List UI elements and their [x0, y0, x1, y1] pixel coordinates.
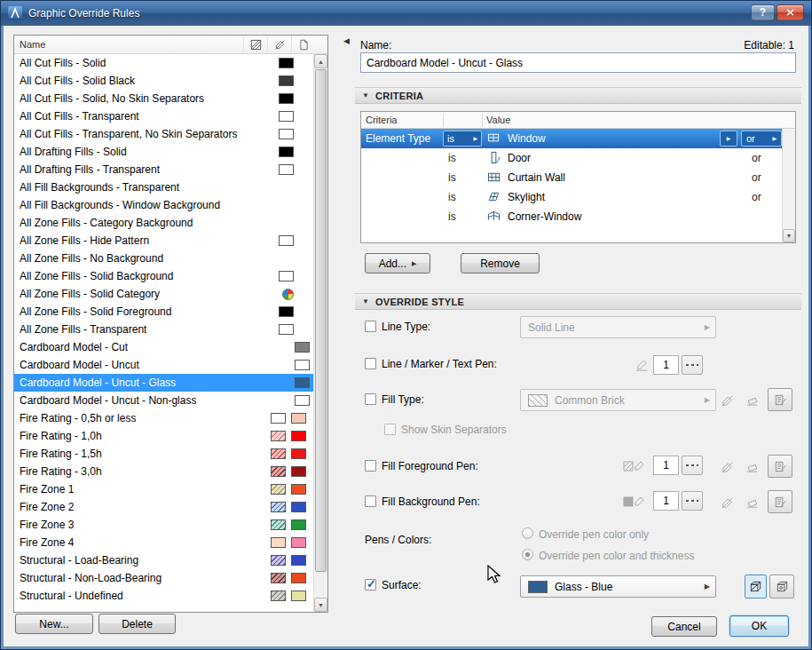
list-item[interactable]: Cardboard Model - Cut: [14, 338, 313, 356]
scroll-down-icon[interactable]: ▼: [314, 598, 327, 612]
criteria-row[interactable]: isDooror: [361, 148, 782, 168]
list-item[interactable]: All Drafting Fills - Solid: [14, 143, 313, 161]
list-item[interactable]: Fire Zone 2: [14, 498, 313, 516]
criteria-section-header[interactable]: ▼ CRITERIA: [355, 87, 801, 104]
show-skin-separators-checkbox[interactable]: [384, 424, 396, 435]
list-item[interactable]: Cardboard Model - Uncut - Non-glass: [14, 392, 313, 409]
list-item[interactable]: Cardboard Model - Uncut - Glass: [14, 374, 313, 392]
list-item[interactable]: Structural - Load-Bearing: [14, 551, 313, 569]
list-item[interactable]: Structural - Undefined: [14, 587, 313, 605]
fill-column-icon[interactable]: [243, 36, 267, 53]
line-type-dropdown[interactable]: Solid Line ▶: [520, 316, 716, 338]
name-column-header[interactable]: Name: [20, 39, 45, 50]
list-item[interactable]: Structural - Non-Load-Bearing: [14, 569, 313, 587]
list-item[interactable]: Fire Rating - 0,5h or less: [14, 409, 313, 427]
list-item[interactable]: Fire Zone 1: [14, 480, 313, 498]
fill-fg-pen-label: Fill Foreground Pen:: [382, 460, 478, 472]
list-item[interactable]: All Zone Fills - Category Background: [14, 214, 313, 232]
cancel-button[interactable]: Cancel: [651, 616, 717, 637]
fill-fg-pen-checkbox[interactable]: [365, 460, 376, 472]
list-item[interactable]: All Cut Fills - Transparent, No Skin Sep…: [14, 125, 313, 143]
swatch-area: [279, 129, 313, 139]
surface-checkbox[interactable]: [365, 579, 376, 591]
criteria-row[interactable]: isCurtain Wallor: [361, 168, 782, 187]
line-pen-style-button[interactable]: [682, 355, 703, 375]
list-item-label: Structural - Load-Bearing: [20, 554, 138, 567]
criteria-row[interactable]: isCorner-Window: [361, 207, 782, 226]
fill-bg-pen-input[interactable]: [653, 491, 679, 511]
list-item[interactable]: All Zone Fills - No Background: [14, 250, 313, 267]
criteria-row[interactable]: Element Typeis▶Window▶or▶: [361, 129, 782, 148]
surface-dropdown[interactable]: Glass - Blue ▶: [520, 575, 716, 598]
surface-color-swatch: [528, 581, 548, 593]
list-item[interactable]: All Zone Fills - Solid Category: [14, 285, 313, 303]
pen-color-thickness-radio[interactable]: [522, 549, 533, 560]
list-item[interactable]: Fire Zone 4: [14, 534, 313, 551]
list-item[interactable]: All Cut Fills - Solid: [14, 54, 313, 72]
pen-slash-icon: [716, 391, 737, 410]
fg-pen-sample-button[interactable]: [768, 455, 792, 478]
close-button[interactable]: [777, 4, 804, 20]
editable-count: Editable: 1: [744, 39, 794, 52]
override-style-section-header[interactable]: ▼ OVERRIDE STYLE: [355, 293, 801, 310]
color-swatch: [279, 75, 294, 86]
surface-texture-button[interactable]: [769, 575, 794, 598]
title-bar[interactable]: Graphic Override Rules ?: [1, 1, 811, 26]
list-item-label: All Zone Fills - Solid Background: [20, 270, 173, 282]
fill-fg-pen-style-button[interactable]: [682, 456, 703, 475]
criteria-scrollbar[interactable]: ▼: [782, 129, 795, 242]
bg-pen-sample-button[interactable]: [768, 490, 792, 513]
archicad-logo-icon[interactable]: [8, 6, 22, 20]
list-item[interactable]: All Cut Fills - Solid, No Skin Separator…: [14, 90, 313, 107]
list-item[interactable]: Fire Rating - 3,0h: [14, 463, 313, 480]
operator-dropdown[interactable]: is▶: [443, 131, 482, 147]
criteria-row[interactable]: isSkylightor: [361, 187, 782, 207]
add-criteria-button[interactable]: Add... ▶: [365, 253, 430, 273]
pen-column-icon[interactable]: [267, 36, 291, 53]
list-item[interactable]: All Fill Backgrounds - Window Background: [14, 196, 313, 214]
value-dropdown-button[interactable]: ▶: [720, 131, 737, 147]
surface-paint-button[interactable]: [745, 575, 767, 598]
list-item[interactable]: All Zone Fills - Hide Pattern: [14, 232, 313, 250]
list-item[interactable]: All Cut Fills - Solid Black: [14, 72, 313, 90]
collapse-panel-icon[interactable]: ◀: [343, 36, 350, 45]
line-type-checkbox[interactable]: [365, 321, 376, 332]
list-item[interactable]: Fire Rating - 1,0h: [14, 427, 313, 445]
list-scrollbar[interactable]: ▲ ▼: [313, 54, 327, 612]
list-item[interactable]: Fire Rating - 1,5h: [14, 445, 313, 463]
fill-type-dropdown[interactable]: Common Brick ▶: [520, 389, 716, 411]
conjunction-dropdown[interactable]: or▶: [741, 131, 782, 147]
line-pen-input[interactable]: [653, 355, 679, 375]
new-rule-button[interactable]: New...: [15, 614, 93, 634]
fill-pen-sample-button[interactable]: [768, 388, 792, 411]
fill-bg-pen-checkbox[interactable]: [365, 495, 376, 507]
list-item[interactable]: All Drafting Fills - Transparent: [14, 161, 313, 178]
scroll-up-icon[interactable]: ▲: [314, 54, 327, 68]
line-pen-checkbox[interactable]: [365, 358, 376, 369]
list-item-label: All Zone Fills - Transparent: [20, 323, 146, 336]
delete-rule-button[interactable]: Delete: [99, 614, 176, 634]
scroll-down-icon[interactable]: ▼: [783, 229, 795, 242]
pen-color-only-radio[interactable]: [522, 527, 533, 539]
help-button[interactable]: ?: [751, 4, 775, 20]
fill-bg-pen-style-button[interactable]: [682, 491, 703, 511]
color-swatch: [279, 271, 294, 281]
list-item[interactable]: Fire Zone 3: [14, 516, 313, 534]
list-item-label: All Drafting Fills - Solid: [20, 146, 127, 158]
list-item[interactable]: All Zone Fills - Solid Foreground: [14, 303, 313, 321]
list-item-label: Cardboard Model - Uncut: [20, 359, 139, 371]
rule-name-input[interactable]: [360, 52, 796, 73]
surface-column-icon[interactable]: [291, 36, 315, 53]
ok-button[interactable]: OK: [729, 615, 789, 637]
list-item[interactable]: All Cut Fills - Transparent: [14, 107, 313, 125]
list-item[interactable]: All Zone Fills - Transparent: [14, 321, 313, 338]
fill-fg-pen-input[interactable]: [653, 456, 679, 475]
fill-type-checkbox[interactable]: [365, 393, 376, 405]
list-item[interactable]: All Zone Fills - Solid Background: [14, 267, 313, 285]
list-item[interactable]: All Fill Backgrounds - Transparent: [14, 178, 313, 196]
list-item-label: All Cut Fills - Solid Black: [20, 75, 135, 87]
remove-criteria-button[interactable]: Remove: [461, 253, 540, 273]
list-item[interactable]: Cardboard Model - Uncut: [14, 356, 313, 374]
color-swatch: [271, 484, 286, 495]
scrollbar-thumb[interactable]: [315, 69, 327, 572]
